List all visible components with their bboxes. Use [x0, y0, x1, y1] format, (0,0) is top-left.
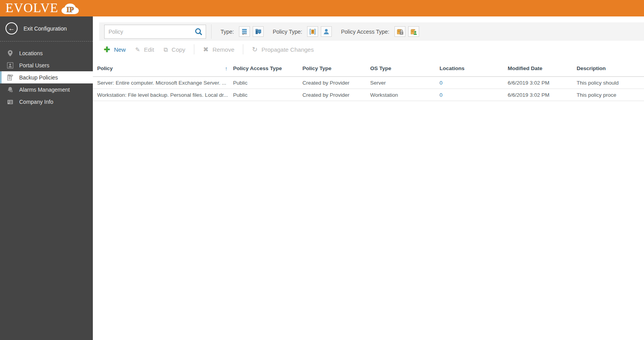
table-header-row: Policy ↑ Policy Access Type Policy Type … [93, 60, 644, 77]
type-filter-label: Type: [221, 29, 234, 35]
cell-description: This policy proce [577, 92, 644, 98]
sidebar-item-portal-users[interactable]: Portal Users [0, 59, 93, 71]
policy-access-type-filter-label: Policy Access Type: [341, 29, 389, 35]
column-header-policy-access-type[interactable]: Policy Access Type [233, 65, 302, 71]
column-header-os-type[interactable]: OS Type [370, 65, 440, 71]
scroll-lock-icon[interactable] [394, 26, 405, 37]
sidebar-item-label: Portal Users [19, 62, 49, 69]
sidebar-item-locations[interactable]: Locations [0, 47, 93, 59]
cell-description: This policy should [577, 80, 644, 86]
main-content: Type: Policy Type: Policy Access Type: [93, 16, 644, 340]
policy-search [104, 25, 206, 39]
alarm-gear-icon [7, 86, 13, 93]
x-icon: ✖ [203, 46, 208, 53]
cell-modified-date: 6/6/2019 3:02 PM [508, 92, 577, 98]
policy-type-filter-label: Policy Type: [273, 29, 302, 35]
sidebar-item-label: Locations [19, 50, 43, 56]
cell-policy-type: Created by Provider [302, 92, 370, 98]
cell-policy-type: Created by Provider [302, 80, 370, 86]
sidebar-item-backup-policies[interactable]: Backup Policies [0, 71, 93, 83]
plus-icon: ✚ [104, 46, 110, 53]
table-row[interactable]: Server: Entire computer. Microsoft Excha… [93, 77, 644, 89]
scroll-icon [7, 74, 13, 81]
building-icon [7, 98, 13, 105]
remove-button[interactable]: ✖ Remove [198, 46, 239, 53]
user-icon[interactable] [321, 26, 332, 37]
search-input[interactable] [104, 25, 206, 39]
cell-policy: Workstation: File level backup. Personal… [97, 92, 233, 98]
cell-policy-access-type: Public [233, 80, 302, 86]
copy-icon: ⧉ [163, 47, 168, 52]
top-bar: EVOLVE IP [0, 0, 644, 16]
sidebar-item-label: Alarms Management [19, 87, 70, 93]
exit-configuration-button[interactable]: ← Exit Configuration [0, 16, 93, 41]
server-icon[interactable] [239, 26, 250, 37]
copy-button[interactable]: ⧉ Copy [159, 46, 190, 53]
locations-count-link[interactable]: 0 [440, 92, 443, 98]
locations-count-link[interactable]: 0 [440, 80, 443, 86]
sort-ascending-icon: ↑ [225, 65, 228, 72]
column-header-modified-date[interactable]: Modified Date [508, 65, 577, 71]
cell-os-type: Server [370, 80, 440, 86]
column-header-locations[interactable]: Locations [440, 65, 508, 71]
propagate-changes-button[interactable]: ↻ Propagate Changes [247, 46, 318, 53]
cloud-ip-icon: IP [60, 2, 80, 16]
table-row[interactable]: Workstation: File level backup. Personal… [93, 89, 644, 101]
cell-policy-access-type: Public [233, 92, 302, 98]
filter-toolbar: Type: Policy Type: Policy Access Type: [99, 22, 644, 41]
exit-configuration-label: Exit Configuration [24, 25, 67, 32]
toolbar-separator [194, 44, 194, 54]
edit-button[interactable]: ✎ Edit [130, 46, 159, 53]
evolve-ip-logo: EVOLVE IP [5, 1, 80, 15]
column-header-description[interactable]: Description [577, 65, 644, 71]
action-toolbar: ✚ New ✎ Edit ⧉ Copy ✖ Remove ↻ Propagate… [99, 41, 318, 58]
location-pin-icon [7, 50, 13, 56]
filter-separator [211, 24, 212, 39]
sidebar-item-company-info[interactable]: Company Info [0, 96, 93, 108]
sidebar-item-alarms-management[interactable]: Alarms Management [0, 83, 93, 96]
logo-text: EVOLVE [5, 1, 58, 15]
portal-user-icon [7, 62, 13, 69]
pencil-icon: ✎ [135, 47, 140, 52]
cell-policy: Server: Entire computer. Microsoft Excha… [97, 80, 233, 86]
sidebar-item-label: Company Info [19, 99, 53, 105]
refresh-icon: ↻ [252, 46, 257, 53]
cell-os-type: Workstation [370, 92, 440, 98]
svg-text:IP: IP [66, 5, 74, 14]
back-arrow-icon: ← [5, 22, 18, 34]
cell-modified-date: 6/6/2019 3:02 PM [508, 80, 577, 86]
new-button[interactable]: ✚ New [99, 46, 130, 53]
sidebar: ← Exit Configuration Locations Portal Us… [0, 16, 93, 340]
workstation-icon[interactable] [253, 26, 264, 37]
policies-table: Policy ↑ Policy Access Type Policy Type … [93, 60, 644, 101]
column-header-policy[interactable]: Policy ↑ [97, 65, 233, 72]
toolbar-separator [243, 44, 243, 54]
sidebar-item-label: Backup Policies [19, 74, 58, 81]
magnifier-icon[interactable] [194, 27, 204, 36]
scroll-person-icon[interactable] [408, 26, 419, 37]
sidebar-divider [0, 41, 93, 42]
column-header-policy-type[interactable]: Policy Type [302, 65, 370, 71]
provider-scroll-icon[interactable] [307, 26, 318, 37]
